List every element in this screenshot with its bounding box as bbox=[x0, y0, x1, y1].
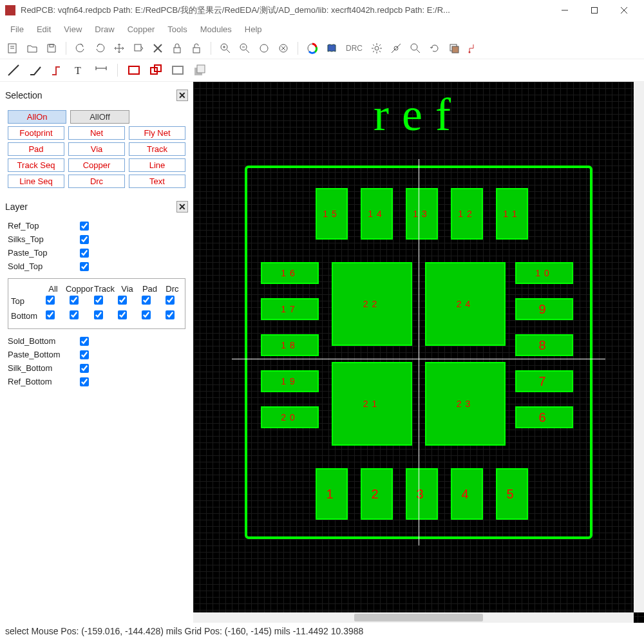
lt-checkbox[interactable] bbox=[142, 296, 151, 305]
unlock-icon[interactable] bbox=[189, 41, 204, 56]
pad[interactable]: 2 bbox=[361, 468, 393, 520]
layer-checkbox[interactable] bbox=[80, 262, 89, 271]
pad[interactable]: 11 bbox=[496, 188, 528, 240]
lt-checkbox[interactable] bbox=[118, 310, 127, 319]
layer-checkbox[interactable] bbox=[80, 249, 89, 258]
text-tool-icon[interactable]: T bbox=[71, 62, 88, 79]
zoom-all-icon[interactable] bbox=[408, 41, 423, 56]
trackseq-button[interactable]: Track Seq bbox=[8, 158, 64, 172]
copper-button[interactable]: Copper bbox=[68, 158, 125, 172]
new-file-icon[interactable] bbox=[5, 41, 21, 56]
pad[interactable]: 17 bbox=[261, 298, 319, 320]
pad[interactable]: 9 bbox=[515, 298, 573, 320]
pad[interactable]: 14 bbox=[361, 188, 393, 240]
layer-checkbox[interactable] bbox=[80, 364, 89, 373]
route-icon[interactable] bbox=[466, 41, 481, 56]
zoom-fit-icon[interactable] bbox=[256, 41, 272, 56]
cut-icon[interactable] bbox=[131, 41, 146, 56]
pad-button[interactable]: Pad bbox=[8, 142, 64, 156]
lt-checkbox[interactable] bbox=[70, 310, 79, 319]
sun-icon[interactable] bbox=[369, 41, 384, 56]
pad[interactable]: 16 bbox=[261, 262, 319, 284]
pad[interactable]: 13 bbox=[406, 188, 438, 240]
lt-checkbox[interactable] bbox=[166, 296, 175, 305]
lineseq-button[interactable]: Line Seq bbox=[8, 175, 64, 188]
layers-icon[interactable] bbox=[446, 41, 462, 56]
lt-checkbox[interactable] bbox=[94, 310, 103, 319]
polyline-tool-icon[interactable] bbox=[27, 62, 44, 79]
lt-checkbox[interactable] bbox=[46, 296, 55, 305]
book-icon[interactable] bbox=[324, 41, 339, 56]
refresh-icon[interactable] bbox=[427, 41, 442, 56]
step-tool-icon[interactable] bbox=[49, 62, 66, 79]
pad[interactable]: 19 bbox=[261, 370, 319, 392]
layer-checkbox[interactable] bbox=[80, 350, 89, 359]
pad[interactable]: 21 bbox=[332, 362, 412, 446]
pad[interactable]: 3 bbox=[406, 468, 438, 520]
pad[interactable]: 1 bbox=[316, 468, 348, 520]
layer-checkbox[interactable] bbox=[80, 235, 89, 244]
pad[interactable]: 7 bbox=[515, 370, 573, 392]
move-icon[interactable] bbox=[111, 41, 127, 56]
zoom-cancel-icon[interactable] bbox=[276, 41, 291, 56]
lock-icon[interactable] bbox=[169, 41, 185, 56]
line-button[interactable]: Line bbox=[129, 158, 185, 172]
pad[interactable]: 22 bbox=[332, 262, 412, 346]
lt-checkbox[interactable] bbox=[94, 296, 103, 305]
rect-tool-icon[interactable] bbox=[126, 62, 142, 79]
dimension-tool-icon[interactable] bbox=[93, 62, 109, 79]
pad[interactable]: 6 bbox=[515, 406, 573, 428]
lt-checkbox[interactable] bbox=[142, 310, 151, 319]
pad[interactable]: 12 bbox=[451, 188, 483, 240]
menu-draw[interactable]: Draw bbox=[90, 23, 119, 35]
pad[interactable]: 18 bbox=[261, 334, 319, 356]
delete-icon[interactable] bbox=[150, 41, 166, 56]
pad[interactable]: 4 bbox=[451, 468, 483, 520]
footprint-button[interactable]: Footprint bbox=[8, 126, 64, 140]
double-rect-tool-icon[interactable] bbox=[147, 62, 164, 79]
layer-checkbox[interactable] bbox=[80, 337, 89, 346]
lt-checkbox[interactable] bbox=[166, 310, 175, 319]
vertical-scrollbar[interactable] bbox=[634, 82, 644, 612]
color-wheel-icon[interactable] bbox=[305, 41, 320, 56]
net-button[interactable]: Net bbox=[68, 126, 125, 140]
menu-copper[interactable]: Copper bbox=[122, 23, 160, 35]
canvas[interactable]: ref 151413121112345161718192010987622242… bbox=[193, 82, 644, 623]
save-icon[interactable] bbox=[44, 41, 59, 56]
filled-rect-tool-icon[interactable] bbox=[169, 62, 186, 79]
menu-edit[interactable]: Edit bbox=[32, 23, 56, 35]
menu-help[interactable]: Help bbox=[240, 23, 267, 35]
lt-checkbox[interactable] bbox=[118, 296, 127, 305]
allon-button[interactable]: AllOn bbox=[8, 110, 66, 124]
pad[interactable]: 8 bbox=[515, 334, 573, 356]
flynet-button[interactable]: Fly Net bbox=[129, 126, 185, 140]
pad[interactable]: 23 bbox=[425, 362, 506, 446]
drc-button[interactable]: Drc bbox=[68, 175, 125, 188]
layer-panel-close[interactable]: ✕ bbox=[176, 201, 188, 213]
redo-icon[interactable] bbox=[92, 41, 108, 56]
layer-checkbox[interactable] bbox=[80, 377, 89, 386]
pad[interactable]: 5 bbox=[496, 468, 528, 520]
layer-checkbox[interactable] bbox=[80, 222, 89, 231]
pad[interactable]: 20 bbox=[261, 406, 319, 428]
pad[interactable]: 24 bbox=[425, 262, 506, 346]
menu-tools[interactable]: Tools bbox=[162, 23, 192, 35]
selection-panel-close[interactable]: ✕ bbox=[176, 90, 188, 101]
menu-modules[interactable]: Modules bbox=[195, 23, 237, 35]
drc-button[interactable]: DRC bbox=[343, 41, 365, 56]
zoom-out-icon[interactable] bbox=[237, 41, 252, 56]
open-folder-icon[interactable] bbox=[24, 41, 40, 56]
undo-icon[interactable] bbox=[73, 41, 88, 56]
maximize-button[interactable] bbox=[580, 0, 609, 21]
lt-checkbox[interactable] bbox=[46, 310, 55, 319]
via-button[interactable]: Via bbox=[68, 142, 125, 156]
menu-file[interactable]: File bbox=[5, 23, 29, 35]
layered-rect-tool-icon[interactable] bbox=[191, 62, 208, 79]
menu-view[interactable]: View bbox=[59, 23, 87, 35]
pad[interactable]: 10 bbox=[515, 262, 573, 284]
lt-checkbox[interactable] bbox=[70, 296, 79, 305]
alloff-button[interactable]: AllOff bbox=[70, 110, 129, 124]
track-button[interactable]: Track bbox=[129, 142, 185, 156]
line-tool-icon[interactable] bbox=[5, 62, 22, 79]
sun-off-icon[interactable] bbox=[388, 41, 404, 56]
